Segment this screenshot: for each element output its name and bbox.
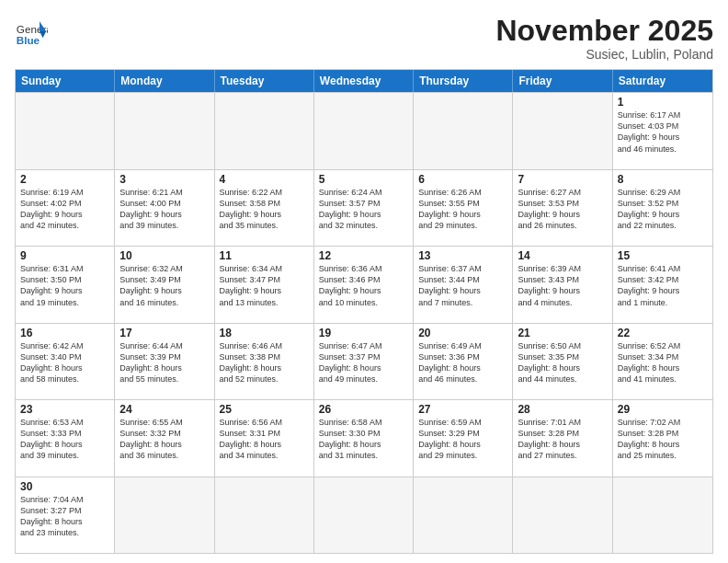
day-info: Sunrise: 6:17 AM Sunset: 4:03 PM Dayligh…	[618, 109, 708, 155]
calendar-cell-1-6: 8Sunrise: 6:29 AM Sunset: 3:52 PM Daylig…	[613, 170, 712, 246]
calendar-cell-3-6: 22Sunrise: 6:52 AM Sunset: 3:34 PM Dayli…	[613, 324, 712, 399]
calendar-cell-5-0: 30Sunrise: 7:04 AM Sunset: 3:27 PM Dayli…	[16, 477, 115, 553]
calendar-cell-5-6	[613, 477, 712, 553]
calendar-cell-1-5: 7Sunrise: 6:27 AM Sunset: 3:53 PM Daylig…	[513, 170, 612, 246]
calendar-cell-3-3: 19Sunrise: 6:47 AM Sunset: 3:37 PM Dayli…	[314, 324, 414, 399]
calendar-row-0: 1Sunrise: 6:17 AM Sunset: 4:03 PM Daylig…	[16, 92, 712, 168]
calendar-cell-0-6: 1Sunrise: 6:17 AM Sunset: 4:03 PM Daylig…	[613, 93, 712, 168]
calendar-cell-1-2: 4Sunrise: 6:22 AM Sunset: 3:58 PM Daylig…	[215, 170, 314, 246]
calendar-cell-4-1: 24Sunrise: 6:55 AM Sunset: 3:32 PM Dayli…	[115, 400, 214, 476]
day-info: Sunrise: 6:21 AM Sunset: 4:00 PM Dayligh…	[119, 187, 209, 232]
day-number: 19	[319, 327, 408, 339]
calendar-cell-3-1: 17Sunrise: 6:44 AM Sunset: 3:39 PM Dayli…	[115, 324, 214, 399]
day-info: Sunrise: 6:36 AM Sunset: 3:46 PM Dayligh…	[319, 263, 408, 308]
calendar-cell-1-1: 3Sunrise: 6:21 AM Sunset: 4:00 PM Daylig…	[115, 170, 214, 246]
day-info: Sunrise: 6:46 AM Sunset: 3:38 PM Dayligh…	[220, 340, 309, 385]
day-info: Sunrise: 6:29 AM Sunset: 3:52 PM Dayligh…	[618, 187, 708, 232]
logo: General Blue	[15, 15, 48, 48]
day-info: Sunrise: 6:50 AM Sunset: 3:35 PM Dayligh…	[518, 340, 607, 385]
day-info: Sunrise: 6:47 AM Sunset: 3:37 PM Dayligh…	[319, 340, 408, 385]
calendar-cell-4-6: 29Sunrise: 7:02 AM Sunset: 3:28 PM Dayli…	[613, 400, 712, 476]
month-title: November 2025	[495, 15, 713, 47]
calendar-header-row: SundayMondayTuesdayWednesdayThursdayFrid…	[16, 70, 712, 92]
day-number: 1	[618, 96, 708, 109]
calendar-cell-5-4	[414, 477, 513, 553]
day-info: Sunrise: 6:49 AM Sunset: 3:36 PM Dayligh…	[418, 340, 507, 385]
day-info: Sunrise: 6:31 AM Sunset: 3:50 PM Dayligh…	[20, 263, 109, 308]
day-number: 6	[418, 173, 507, 186]
day-number: 3	[119, 173, 209, 186]
calendar-cell-1-3: 5Sunrise: 6:24 AM Sunset: 3:57 PM Daylig…	[314, 170, 414, 246]
day-number: 18	[220, 327, 309, 339]
calendar-row-3: 16Sunrise: 6:42 AM Sunset: 3:40 PM Dayli…	[16, 323, 712, 399]
header-day-tuesday: Tuesday	[215, 70, 314, 92]
day-number: 15	[618, 249, 708, 262]
calendar-cell-5-1	[115, 477, 214, 553]
day-info: Sunrise: 7:01 AM Sunset: 3:28 PM Dayligh…	[518, 417, 607, 462]
day-info: Sunrise: 6:22 AM Sunset: 3:58 PM Dayligh…	[220, 187, 309, 232]
day-number: 16	[20, 327, 109, 339]
day-info: Sunrise: 6:34 AM Sunset: 3:47 PM Dayligh…	[220, 263, 309, 308]
day-info: Sunrise: 6:58 AM Sunset: 3:30 PM Dayligh…	[319, 417, 408, 462]
day-info: Sunrise: 6:41 AM Sunset: 3:42 PM Dayligh…	[618, 263, 708, 308]
calendar-cell-3-0: 16Sunrise: 6:42 AM Sunset: 3:40 PM Dayli…	[16, 324, 115, 399]
day-number: 11	[220, 249, 309, 262]
day-number: 30	[20, 480, 109, 493]
calendar-cell-1-0: 2Sunrise: 6:19 AM Sunset: 4:02 PM Daylig…	[16, 170, 115, 246]
header-day-thursday: Thursday	[414, 70, 513, 92]
day-number: 23	[20, 403, 109, 416]
header: General Blue November 2025 Susiec, Lubli…	[15, 15, 713, 62]
day-number: 4	[220, 173, 309, 186]
day-info: Sunrise: 6:19 AM Sunset: 4:02 PM Dayligh…	[20, 187, 109, 232]
calendar-cell-3-2: 18Sunrise: 6:46 AM Sunset: 3:38 PM Dayli…	[215, 324, 314, 399]
calendar-cell-2-0: 9Sunrise: 6:31 AM Sunset: 3:50 PM Daylig…	[16, 247, 115, 322]
calendar-cell-4-2: 25Sunrise: 6:56 AM Sunset: 3:31 PM Dayli…	[215, 400, 314, 476]
day-number: 27	[418, 403, 507, 416]
day-info: Sunrise: 6:37 AM Sunset: 3:44 PM Dayligh…	[418, 263, 507, 308]
calendar-row-5: 30Sunrise: 7:04 AM Sunset: 3:27 PM Dayli…	[16, 477, 712, 553]
day-number: 12	[319, 249, 408, 262]
day-number: 24	[119, 403, 209, 416]
day-info: Sunrise: 6:59 AM Sunset: 3:29 PM Dayligh…	[418, 417, 507, 462]
day-info: Sunrise: 6:32 AM Sunset: 3:49 PM Dayligh…	[119, 263, 209, 308]
location-subtitle: Susiec, Lublin, Poland	[495, 47, 713, 62]
calendar-cell-2-4: 13Sunrise: 6:37 AM Sunset: 3:44 PM Dayli…	[414, 247, 513, 322]
title-block: November 2025 Susiec, Lublin, Poland	[495, 15, 713, 62]
day-number: 9	[20, 249, 109, 262]
calendar-cell-2-3: 12Sunrise: 6:36 AM Sunset: 3:46 PM Dayli…	[314, 247, 414, 322]
day-info: Sunrise: 6:55 AM Sunset: 3:32 PM Dayligh…	[119, 417, 209, 462]
day-info: Sunrise: 6:44 AM Sunset: 3:39 PM Dayligh…	[119, 340, 209, 385]
day-info: Sunrise: 6:42 AM Sunset: 3:40 PM Dayligh…	[20, 340, 109, 385]
day-number: 5	[319, 173, 408, 186]
calendar-cell-4-4: 27Sunrise: 6:59 AM Sunset: 3:29 PM Dayli…	[414, 400, 513, 476]
day-number: 8	[618, 173, 708, 186]
day-number: 17	[119, 327, 209, 339]
calendar-cell-1-4: 6Sunrise: 6:26 AM Sunset: 3:55 PM Daylig…	[414, 170, 513, 246]
day-number: 20	[418, 327, 507, 339]
calendar-cell-5-2	[215, 477, 314, 553]
day-number: 10	[119, 249, 209, 262]
day-info: Sunrise: 6:26 AM Sunset: 3:55 PM Dayligh…	[418, 187, 507, 232]
calendar-cell-0-1	[115, 93, 214, 168]
calendar-body: 1Sunrise: 6:17 AM Sunset: 4:03 PM Daylig…	[16, 92, 712, 553]
header-day-monday: Monday	[115, 70, 214, 92]
calendar-row-4: 23Sunrise: 6:53 AM Sunset: 3:33 PM Dayli…	[16, 399, 712, 476]
calendar-cell-0-0	[16, 93, 115, 168]
header-day-friday: Friday	[513, 70, 612, 92]
day-number: 21	[518, 327, 607, 339]
calendar-cell-2-1: 10Sunrise: 6:32 AM Sunset: 3:49 PM Dayli…	[115, 247, 214, 322]
calendar-cell-4-5: 28Sunrise: 7:01 AM Sunset: 3:28 PM Dayli…	[513, 400, 612, 476]
logo-icon: General Blue	[15, 15, 48, 48]
day-number: 2	[20, 173, 109, 186]
day-info: Sunrise: 6:24 AM Sunset: 3:57 PM Dayligh…	[319, 187, 408, 232]
calendar-cell-0-5	[513, 93, 612, 168]
calendar-cell-0-4	[414, 93, 513, 168]
day-info: Sunrise: 6:27 AM Sunset: 3:53 PM Dayligh…	[518, 187, 607, 232]
day-info: Sunrise: 6:53 AM Sunset: 3:33 PM Dayligh…	[20, 417, 109, 462]
calendar-cell-0-3	[314, 93, 414, 168]
calendar-cell-2-2: 11Sunrise: 6:34 AM Sunset: 3:47 PM Dayli…	[215, 247, 314, 322]
day-number: 29	[618, 403, 708, 416]
calendar-cell-0-2	[215, 93, 314, 168]
calendar-cell-4-3: 26Sunrise: 6:58 AM Sunset: 3:30 PM Dayli…	[314, 400, 414, 476]
day-number: 22	[618, 327, 708, 339]
